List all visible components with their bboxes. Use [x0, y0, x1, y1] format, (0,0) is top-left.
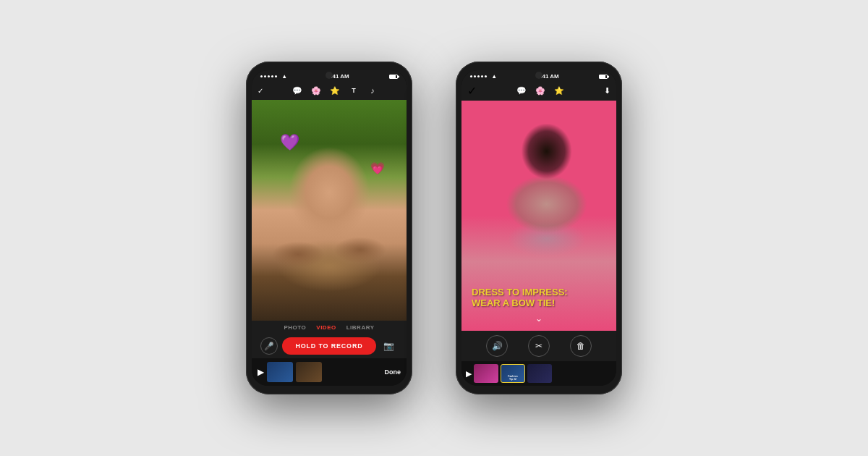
timeline-thumb-2-2[interactable]: Fashion Tip #2 — [501, 364, 525, 383]
caption-line-2: WEAR A BOW TIE! — [472, 297, 606, 309]
status-bar-2: ▲ 9:41 AM — [461, 70, 616, 81]
signal-area-2: ▲ — [470, 73, 497, 80]
signal-dot-2-5 — [485, 75, 487, 77]
status-time-2: 9:41 AM — [537, 73, 558, 80]
purple-heart-emoji: 💜 — [280, 133, 299, 152]
signal-dot-2-3 — [477, 75, 480, 77]
timeline-1: ▶ Done — [252, 358, 407, 386]
signal-dot-2-1 — [470, 75, 472, 77]
play-button-1[interactable]: ▶ — [258, 367, 264, 377]
chat-icon-2[interactable]: 💬 — [515, 85, 528, 98]
toolbar-icons-2: 💬 🌸 ⭐ — [481, 85, 600, 98]
phone-1: ▲ 9:41 AM ✓ 💬 🌸 ⭐ T ♪ — [246, 62, 412, 394]
caption-line-1: DRESS TO IMPRESS: — [472, 287, 606, 298]
photo-mode-tab[interactable]: PHOTO — [284, 324, 307, 331]
pink-camera-view: DRESS TO IMPRESS: WEAR A BOW TIE! ⌄ — [461, 101, 616, 331]
back-button-1[interactable]: ✓ — [258, 87, 263, 95]
battery-icon — [389, 75, 398, 79]
signal-dot-2 — [264, 75, 266, 77]
battery-fill — [390, 75, 396, 78]
fashion-tip-label: Fashion Tip #2 — [501, 376, 524, 381]
timeline-thumb-2-3[interactable] — [527, 364, 552, 383]
signal-dot-4 — [271, 75, 273, 77]
signal-dot-3 — [268, 75, 270, 77]
record-row: 🎤 HOLD TO RECORD 📷 — [252, 334, 407, 358]
battery-area-2 — [599, 75, 608, 79]
video-mode-tab[interactable]: VIDEO — [316, 324, 336, 331]
library-mode-tab[interactable]: LIBRARY — [346, 324, 375, 331]
mode-tabs: PHOTO VIDEO LIBRARY — [252, 321, 407, 334]
timeline-thumb-2-1[interactable] — [474, 364, 498, 383]
star-icon-2[interactable]: ⭐ — [553, 85, 566, 98]
toolbar-1: ✓ 💬 🌸 ⭐ T ♪ — [252, 81, 407, 100]
signal-dot-2-2 — [474, 75, 476, 77]
timeline-thumb-2[interactable] — [296, 362, 322, 382]
audio-button[interactable]: 🔊 — [486, 335, 508, 357]
music-icon[interactable]: ♪ — [366, 84, 379, 97]
phone-2-screen: ▲ 9:41 AM ✓ 💬 🌸 ⭐ ⬇ DRESS TO IM — [461, 70, 616, 386]
battery-area — [389, 75, 398, 79]
camera-view-1: 💜 💗 — [252, 100, 407, 321]
face-bg — [252, 100, 407, 321]
done-button[interactable]: Done — [385, 368, 401, 376]
timeline-2: ▶ Fashion Tip #2 — [461, 361, 616, 386]
battery-fill-2 — [600, 75, 605, 78]
star-icon[interactable]: ⭐ — [328, 84, 341, 97]
signal-dot-2-4 — [481, 75, 483, 77]
mic-button[interactable]: 🎤 — [260, 337, 278, 355]
status-bar-1: ▲ 9:41 AM — [252, 70, 407, 81]
camera-face: 💜 💗 — [252, 100, 407, 321]
signal-dot-5 — [275, 75, 277, 77]
timeline-thumb-1[interactable] — [267, 362, 293, 382]
text-icon[interactable]: T — [347, 84, 360, 97]
download-icon[interactable]: ⬇ — [604, 86, 610, 96]
delete-button[interactable]: 🗑 — [570, 335, 592, 357]
status-time-1: 9:41 AM — [327, 73, 349, 80]
effects-icon-2[interactable]: 🌸 — [534, 85, 547, 98]
hold-to-record-button[interactable]: HOLD TO RECORD — [282, 337, 375, 355]
signal-dot-1 — [260, 75, 263, 77]
caption-box: DRESS TO IMPRESS: WEAR A BOW TIE! — [461, 287, 616, 309]
battery-icon-2 — [599, 75, 608, 79]
wifi-icon: ▲ — [281, 73, 287, 80]
chevron-down-icon[interactable]: ⌄ — [535, 313, 542, 324]
play-button-2[interactable]: ▶ — [466, 369, 472, 379]
wifi-icon-2: ▲ — [491, 73, 497, 80]
toolbar-icons-1: 💬 🌸 ⭐ T ♪ — [269, 84, 401, 97]
back-button-2[interactable]: ✓ — [467, 84, 477, 98]
effects-icon[interactable]: 🌸 — [310, 84, 323, 97]
toolbar-2: ✓ 💬 🌸 ⭐ ⬇ — [461, 81, 616, 101]
camera-switch-button[interactable]: 📷 — [380, 337, 398, 355]
edit-toolbar: 🔊 ✂ 🗑 — [461, 331, 616, 361]
pink-heart-emoji: 💗 — [370, 161, 385, 175]
scissors-button[interactable]: ✂ — [528, 335, 550, 357]
phone-1-screen: ▲ 9:41 AM ✓ 💬 🌸 ⭐ T ♪ — [252, 70, 407, 386]
signal-area: ▲ — [260, 73, 287, 80]
chat-icon[interactable]: 💬 — [291, 84, 304, 97]
phone-2: ▲ 9:41 AM ✓ 💬 🌸 ⭐ ⬇ DRESS TO IM — [456, 62, 622, 394]
